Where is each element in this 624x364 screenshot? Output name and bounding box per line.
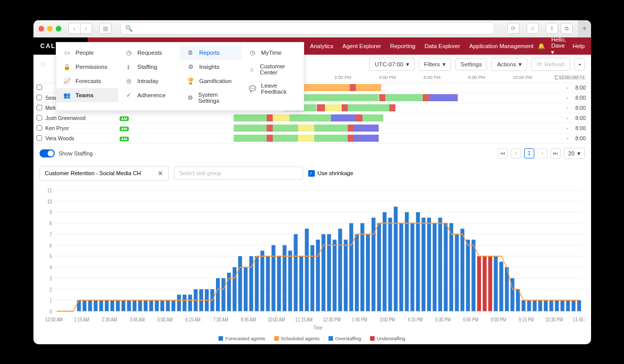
menu-mytime[interactable]: ◷MyTime [242, 46, 304, 60]
use-shrinkage-checkbox[interactable]: ✓Use shrinkage [308, 170, 353, 177]
nav-data-explorer[interactable]: Data Explorer [420, 37, 464, 55]
gantt-segment[interactable] [273, 114, 289, 122]
row-checkbox[interactable] [36, 115, 42, 120]
note-icon[interactable]: ▪ [567, 85, 569, 91]
filters-button[interactable]: Filters ▾ [419, 58, 451, 71]
gantt-segment[interactable] [267, 135, 273, 142]
gantt-segment[interactable] [267, 125, 273, 132]
gantt-segment[interactable] [354, 125, 379, 132]
reload-button[interactable]: ⟳ [507, 23, 520, 34]
tabs-button[interactable]: ⧉ [561, 23, 573, 34]
refresh-button[interactable]: ⟳ Refresh [531, 58, 570, 71]
help-link[interactable]: Help [573, 43, 585, 49]
menu-requests[interactable]: ◷Requests [118, 46, 180, 60]
gantt-segment[interactable] [273, 125, 298, 132]
agent-name[interactable]: Vera Woods [44, 135, 120, 141]
note-icon[interactable]: ▪ [567, 95, 569, 101]
favorite-icon[interactable]: ☆ [40, 60, 46, 68]
gantt-segment[interactable] [298, 125, 315, 132]
skill-filter[interactable]: Customer Retention - Social Media CH✕ [40, 166, 169, 181]
nav-analytics[interactable]: Analytics [306, 37, 338, 55]
gantt-segment[interactable] [234, 114, 267, 122]
gantt-segment[interactable] [348, 135, 354, 142]
gantt-segment[interactable] [314, 125, 348, 132]
time-tick: 12:00 AM +1 [558, 75, 586, 80]
nav-forward-button[interactable]: › [80, 23, 92, 34]
share-button[interactable]: ⇪ [546, 23, 558, 34]
row-checkbox[interactable] [36, 85, 42, 90]
row-checkbox[interactable] [36, 135, 42, 141]
gantt-segment[interactable] [429, 94, 458, 101]
pager-first[interactable]: ⏮ [498, 148, 508, 158]
nav-application-management[interactable]: Application Management [465, 37, 538, 55]
row-checkbox[interactable] [36, 125, 42, 131]
menu-reports[interactable]: 🗎Reports [180, 46, 242, 60]
gantt-segment[interactable] [314, 135, 348, 142]
url-bar[interactable]: 🔍 [121, 22, 494, 34]
new-tab-button[interactable]: ＋ [578, 20, 591, 37]
menu-forecasts[interactable]: 📈Forecasts [56, 74, 118, 88]
skill-group-filter[interactable]: Select skill group [174, 167, 303, 180]
actions-button[interactable]: Actions ▾ [491, 58, 527, 71]
pager-current[interactable]: 1 [524, 148, 534, 158]
export-button[interactable]: ▪ [574, 58, 584, 70]
window-maximize[interactable] [56, 26, 61, 31]
gantt-segment[interactable] [348, 125, 354, 132]
row-checkbox[interactable] [36, 95, 42, 100]
bell-icon[interactable]: 🔔 [538, 43, 545, 50]
clear-skill-icon[interactable]: ✕ [158, 170, 163, 177]
menu-gamification[interactable]: 🏆Gamification [180, 74, 242, 88]
gantt-segment[interactable] [267, 114, 273, 122]
gantt-segment[interactable] [423, 94, 429, 101]
menu-insights[interactable]: ⚙Insights [180, 60, 242, 74]
timezone-select[interactable]: UTC-07:00 ▾ [369, 58, 414, 71]
gantt-segment[interactable] [234, 125, 267, 132]
gantt-segment[interactable] [354, 135, 379, 142]
gantt-segment[interactable] [273, 135, 298, 142]
gantt-segment[interactable] [317, 104, 325, 111]
note-icon[interactable]: ▪ [567, 126, 569, 131]
gantt-segment[interactable] [385, 94, 423, 101]
note-icon[interactable]: ▪ [567, 105, 569, 111]
window-close[interactable] [39, 26, 44, 31]
gantt-segment[interactable] [298, 135, 315, 142]
gantt-segment[interactable] [325, 104, 342, 111]
gantt-segment[interactable] [348, 104, 389, 111]
gantt-segment[interactable] [389, 104, 395, 111]
sidebar-toggle-button[interactable]: ▥ [99, 23, 112, 34]
gantt-segment[interactable] [362, 114, 383, 122]
bookmark-button[interactable]: ☆ [527, 23, 539, 34]
menu-leave-feedback[interactable]: 💬Leave Feedback [242, 79, 304, 98]
nav-agent-explorer[interactable]: Agent Explorer [338, 37, 386, 55]
gantt-segment[interactable] [234, 135, 267, 142]
note-icon[interactable]: ▪ [567, 115, 569, 121]
pager-prev[interactable]: ‹ [511, 148, 521, 158]
menu-permissions[interactable]: 🔒Permissions [56, 60, 118, 74]
svg-rect-39 [138, 300, 142, 311]
row-checkbox[interactable] [36, 105, 42, 110]
window-minimize[interactable] [47, 26, 53, 31]
page-size-select[interactable]: 20 ▾ [564, 148, 585, 159]
menu-intraday[interactable]: ◎Intraday [118, 74, 180, 88]
gantt-segment[interactable] [379, 94, 385, 101]
menu-people[interactable]: ▭People [56, 46, 118, 60]
nav-back-button[interactable]: ‹ [68, 23, 81, 34]
gantt-segment[interactable] [289, 114, 331, 122]
show-staffing-toggle[interactable] [40, 149, 55, 157]
note-icon[interactable]: ▪ [567, 136, 569, 141]
gantt-segment[interactable] [356, 114, 362, 122]
user-menu[interactable]: Hello, Dave ▾ [551, 36, 566, 56]
agent-name[interactable]: Ken Pryor [44, 125, 120, 131]
pager-last[interactable]: ⏭ [550, 148, 561, 158]
gantt-segment[interactable] [342, 104, 348, 111]
menu-system-settings[interactable]: ⚙System Settings [180, 88, 242, 107]
settings-button[interactable]: Settings [455, 58, 488, 70]
gantt-segment[interactable] [331, 114, 356, 122]
nav-reporting[interactable]: Reporting [386, 37, 420, 55]
menu-customer-center[interactable]: ⌂Customer Center [242, 60, 304, 79]
menu-adherence[interactable]: ✓Adherence [118, 88, 180, 102]
agent-name[interactable]: Josh Greenwood [44, 115, 120, 121]
menu-teams[interactable]: 👥Teams [56, 88, 118, 102]
pager-next[interactable]: › [537, 148, 547, 158]
menu-staffing[interactable]: ⫿Staffing [118, 60, 180, 74]
